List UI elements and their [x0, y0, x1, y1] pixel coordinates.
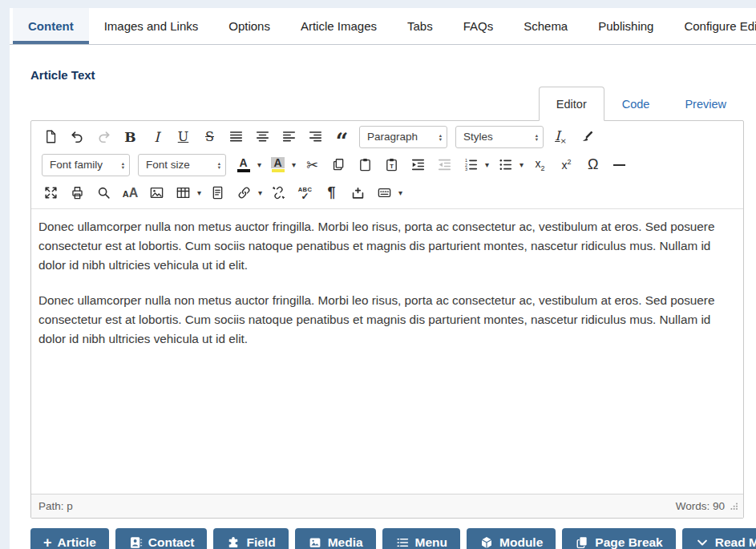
insert-button-label: Page Break	[595, 535, 662, 549]
superscript-button[interactable]: x2	[554, 153, 579, 176]
search-icon	[96, 185, 111, 200]
editor-view-tabs: EditorCodePreview	[30, 87, 744, 121]
insert-read-more-button[interactable]: Read More	[682, 528, 756, 549]
keyboard-button[interactable]	[372, 181, 397, 204]
outdent-button	[432, 153, 457, 176]
blockquote-button[interactable]: “	[329, 125, 354, 148]
text-color-dropdown-caret-icon[interactable]: ▾	[257, 160, 261, 169]
editor-content-area[interactable]: Donec ullamcorper nulla non metus auctor…	[31, 209, 743, 494]
select-spinner-icon: ▴▾	[218, 161, 220, 169]
editor-status-bar: Path: p Words: 90	[31, 494, 743, 518]
align-center-button[interactable]	[250, 125, 275, 148]
puzzle-icon	[226, 535, 241, 549]
image-button[interactable]	[144, 181, 169, 204]
tab-publishing[interactable]: Publishing	[583, 8, 669, 44]
editor-tab-editor[interactable]: Editor	[539, 87, 604, 121]
cut-button[interactable]: ✂	[300, 153, 325, 176]
paste-as-text-button[interactable]: T	[379, 153, 404, 176]
tab-faqs[interactable]: FAQs	[448, 8, 509, 44]
unordered-list-dropdown-caret-icon[interactable]: ▾	[519, 160, 524, 169]
horizontal-rule-button[interactable]	[607, 153, 632, 176]
resize-grip-icon[interactable]	[730, 502, 738, 511]
word-count: Words: 90	[676, 500, 725, 512]
insert-page-break-button[interactable]: Page Break	[562, 528, 675, 549]
insert-button-label: Contact	[148, 535, 195, 549]
link-dropdown-caret-icon[interactable]: ▾	[258, 188, 262, 197]
table-dropdown-caret-icon[interactable]: ▾	[197, 188, 201, 197]
insert-button-label: Read More	[715, 535, 756, 549]
toolbar-row-3: AA▾▾ABC✓¶▾	[38, 179, 737, 207]
new-document-button[interactable]	[38, 125, 63, 148]
insert-article-button[interactable]: +Article	[30, 528, 109, 549]
keyboard-dropdown-caret-icon[interactable]: ▾	[398, 188, 402, 197]
underline-icon: U	[178, 129, 188, 144]
italic-button[interactable]: I	[144, 125, 169, 148]
tab-configure-edit-screen[interactable]: Configure Edit Screen	[669, 8, 756, 44]
styles-select[interactable]: Styles▴▾	[455, 126, 544, 148]
page-break-icon	[575, 535, 589, 549]
highlight-color-dropdown-caret-icon[interactable]: ▾	[292, 160, 296, 169]
table-button[interactable]	[171, 181, 196, 204]
tab-images-and-links[interactable]: Images and Links	[89, 8, 214, 44]
link-button[interactable]	[232, 181, 257, 204]
copy-button[interactable]	[326, 153, 351, 176]
align-right-button[interactable]	[303, 125, 328, 148]
font-family-select-value: Font family	[50, 159, 103, 171]
article-document-button[interactable]	[205, 181, 230, 204]
underline-button[interactable]: U	[171, 125, 196, 148]
insert-button-label: Article	[58, 535, 96, 549]
wysiwyg-editor: BIUS“Paragraph▴▾Styles▴▾I×Font family▴▾F…	[30, 120, 744, 519]
import-icon	[350, 185, 366, 200]
undo-button[interactable]	[65, 125, 90, 148]
print-button[interactable]	[65, 181, 90, 204]
import-button[interactable]	[346, 181, 370, 204]
insert-module-button[interactable]: Module	[467, 528, 556, 549]
fullscreen-icon	[43, 185, 59, 200]
insert-contact-button[interactable]: Contact	[115, 528, 208, 549]
clear-formatting-icon: I×	[555, 128, 567, 145]
insert-button-label: Media	[328, 535, 363, 549]
insert-media-button[interactable]: Media	[295, 528, 376, 549]
format-select[interactable]: Paragraph▴▾	[359, 126, 447, 148]
font-size-select[interactable]: Font size▴▾	[138, 154, 226, 176]
outdent-icon	[437, 157, 452, 172]
subscript-button[interactable]: x2	[528, 153, 552, 176]
spellcheck-button[interactable]: ABC✓	[293, 181, 317, 204]
article-document-icon	[210, 185, 225, 200]
strikethrough-button[interactable]: S	[197, 125, 222, 148]
tab-content[interactable]: Content	[13, 8, 89, 44]
visual-paragraph-button[interactable]: ¶	[319, 181, 344, 204]
special-character-button[interactable]: Ω	[580, 153, 605, 176]
align-justify-button[interactable]	[224, 125, 249, 148]
indent-button[interactable]	[406, 153, 431, 176]
fullscreen-button[interactable]	[38, 181, 63, 204]
text-case-button[interactable]: AA	[118, 181, 143, 204]
ordered-list-button[interactable]: 123	[459, 153, 483, 176]
cleanup-brush-button[interactable]	[575, 125, 600, 148]
insert-menu-button[interactable]: Menu	[382, 528, 460, 549]
editor-tab-code[interactable]: Code	[604, 87, 668, 121]
ordered-list-dropdown-caret-icon[interactable]: ▾	[485, 160, 489, 169]
redo-icon	[96, 129, 111, 144]
editor-tab-preview[interactable]: Preview	[667, 87, 744, 121]
tab-article-images[interactable]: Article Images	[285, 8, 392, 44]
tab-schema[interactable]: Schema	[508, 8, 583, 44]
bold-button[interactable]: B	[118, 125, 143, 148]
blockquote-icon: “	[336, 128, 349, 146]
tab-options[interactable]: Options	[213, 8, 285, 44]
insert-field-button[interactable]: Field	[213, 528, 288, 549]
svg-text:3: 3	[465, 167, 467, 172]
clear-formatting-button[interactable]: I×	[548, 125, 573, 148]
text-color-button[interactable]: A	[231, 153, 256, 176]
toolbar-row-1: BIUS“Paragraph▴▾Styles▴▾I×	[38, 123, 737, 151]
search-button[interactable]	[91, 181, 116, 204]
insert-button-label: Menu	[415, 535, 447, 549]
highlight-color-button[interactable]: A	[265, 153, 290, 176]
align-left-button[interactable]	[277, 125, 301, 148]
font-family-select[interactable]: Font family▴▾	[42, 154, 130, 176]
tab-tabs[interactable]: Tabs	[392, 8, 448, 44]
print-icon	[70, 185, 85, 200]
unlink-button[interactable]	[266, 181, 291, 204]
paste-button[interactable]	[353, 153, 378, 176]
unordered-list-button[interactable]	[493, 153, 518, 176]
